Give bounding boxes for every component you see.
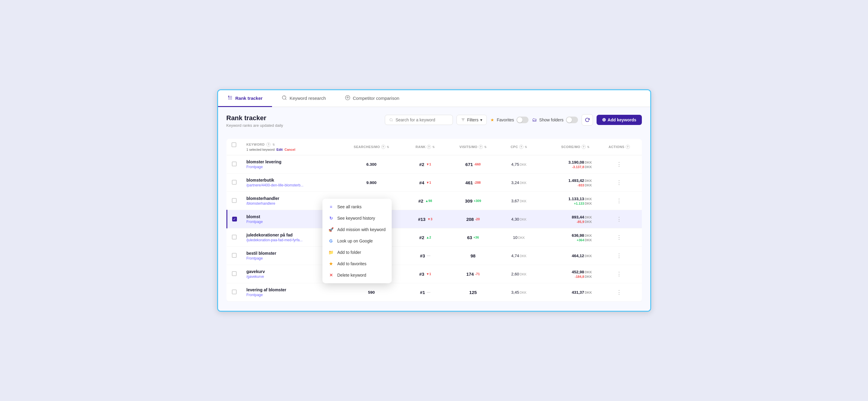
cancel-link[interactable]: Cancel: [284, 148, 295, 152]
visits-change: +309: [473, 199, 481, 203]
row-rank-cell: #4▼1: [404, 173, 446, 192]
score-currency: DKK: [585, 215, 592, 219]
more-actions-button[interactable]: ⋮: [601, 251, 637, 260]
score-sort-icon[interactable]: ⇅: [587, 145, 590, 149]
refresh-button[interactable]: [582, 114, 593, 126]
row-checkbox-cell: ✓: [227, 210, 242, 228]
row-checkbox[interactable]: [232, 198, 237, 203]
searches-col-label: SEARCHES/MO: [353, 145, 380, 149]
visits-sort-icon[interactable]: ⇅: [484, 145, 487, 149]
rank-change: ▲98: [425, 199, 432, 203]
favorites-toggle[interactable]: [517, 116, 528, 123]
keyword-research-icon: [282, 95, 287, 101]
row-checkbox[interactable]: [232, 271, 237, 276]
search-box[interactable]: [385, 115, 453, 125]
row-actions-cell: ⋮: [596, 283, 642, 301]
visits-value: 671: [465, 162, 473, 167]
context-menu-item-add-mission-with-keyword[interactable]: 🚀Add mission with keyword: [322, 224, 392, 235]
tab-rank-tracker[interactable]: Rank tracker: [218, 90, 272, 107]
score-help-icon[interactable]: ?: [582, 145, 586, 149]
visits-change: -660: [474, 162, 481, 166]
more-actions-button[interactable]: ⋮: [601, 288, 637, 297]
header-rank: RANK ? ⇅: [404, 139, 446, 155]
add-keywords-label: Add keywords: [608, 118, 637, 122]
rank-change-neutral: —: [427, 254, 430, 258]
row-checkbox[interactable]: [232, 290, 237, 294]
filters-button[interactable]: Filters ▾: [457, 115, 487, 125]
menu-item-label-see-keyword-history: See keyword history: [337, 216, 375, 221]
rank-help-icon[interactable]: ?: [427, 145, 431, 149]
visits-help-icon[interactable]: ?: [479, 145, 483, 149]
cpc-sort-icon[interactable]: ⇅: [525, 145, 527, 149]
keyword-help-icon[interactable]: ?: [266, 142, 271, 146]
row-checkbox[interactable]: [232, 235, 237, 239]
menu-item-label-add-to-folder: Add to folder: [337, 250, 361, 255]
header-keyword: KEYWORD ? ⇅ 1 selected keyword Edit Canc…: [242, 139, 339, 155]
more-actions-button[interactable]: ⋮: [601, 160, 637, 169]
show-folders-toggle[interactable]: [566, 116, 578, 123]
actions-help-icon[interactable]: ?: [626, 145, 630, 149]
searches-sort-icon[interactable]: ⇅: [386, 145, 389, 149]
more-actions-button[interactable]: ⋮: [601, 214, 637, 224]
row-cpc-cell: 4,75DKK: [500, 155, 538, 173]
keyword-name: blomst: [247, 214, 334, 219]
table-row: gavekurv/gavekurve#3▼1174-712,60DKK452,9…: [227, 265, 642, 283]
tab-competitor-comparison[interactable]: Competitor comparison: [335, 90, 409, 107]
searches-help-icon[interactable]: ?: [381, 145, 385, 149]
row-rank-cell: #1—: [404, 283, 446, 301]
row-visits-cell: 309+309: [446, 192, 500, 210]
cpc-currency: DKK: [520, 254, 527, 258]
context-menu-item-delete-keyword[interactable]: ✕Delete keyword: [322, 269, 392, 281]
table-row: ✓blomstFrontpage#13▼3208-204,30DKK893,44…: [227, 210, 642, 228]
score-sub: -3.137,8DKK: [543, 165, 592, 169]
context-menu-item-see-keyword-history[interactable]: ↻See keyword history: [322, 212, 392, 224]
row-cpc-cell: 3,45DKK: [500, 283, 538, 301]
row-score-cell: 893,44DKK-85,9DKK: [538, 210, 597, 228]
table-header-row: KEYWORD ? ⇅ 1 selected keyword Edit Canc…: [227, 139, 642, 155]
more-actions-button[interactable]: ⋮: [601, 269, 637, 278]
more-actions-button[interactable]: ⋮: [601, 196, 637, 205]
more-actions-button[interactable]: ⋮: [601, 233, 637, 242]
cpc-currency: DKK: [520, 199, 527, 203]
cpc-help-icon[interactable]: ?: [519, 145, 523, 149]
search-input[interactable]: [396, 118, 448, 122]
table-row: blomster leveringFrontpage6.300#2▼1671-6…: [227, 155, 642, 173]
context-menu-item-see-all-ranks[interactable]: ≡See all ranks: [322, 201, 392, 212]
row-checkbox[interactable]: ✓: [232, 217, 237, 222]
score-sub-currency: DKK: [585, 202, 592, 205]
keyword-sort-icon[interactable]: ⇅: [272, 143, 275, 146]
header-checkbox-cell: [227, 139, 239, 151]
svg-line-4: [392, 121, 393, 121]
cpc-currency: DKK: [520, 163, 527, 166]
row-visits-cell: 671-660: [446, 155, 500, 173]
score-main: 893,44DKK: [543, 215, 592, 220]
add-keywords-button[interactable]: ⊕ Add keywords: [596, 115, 642, 125]
row-checkbox-cell: [227, 265, 242, 283]
row-actions-cell: ⋮: [596, 192, 642, 210]
score-currency: DKK: [585, 197, 592, 201]
rank-change: ▼1: [426, 162, 431, 166]
context-menu-item-look-up-on-google[interactable]: GLook up on Google: [322, 235, 392, 247]
more-actions-button[interactable]: ⋮: [601, 178, 637, 187]
score-col-label: SCORE/MO: [561, 145, 580, 149]
row-checkbox[interactable]: [232, 162, 237, 166]
context-menu-item-add-to-folder[interactable]: 📁Add to folder: [322, 247, 392, 258]
select-all-checkbox[interactable]: [231, 142, 236, 147]
row-checkbox-cell: [227, 173, 242, 192]
search-icon: [389, 118, 393, 122]
context-menu-item-add-to-favorites[interactable]: ★Add to favorites: [322, 258, 392, 269]
tab-keyword-research[interactable]: Keyword research: [272, 90, 335, 107]
row-checkbox[interactable]: [232, 180, 237, 185]
score-currency: DKK: [585, 161, 592, 164]
keyword-url: Frontpage: [247, 165, 334, 169]
rank-col-label: RANK: [416, 145, 426, 149]
rank-sort-icon[interactable]: ⇅: [432, 145, 435, 149]
menu-item-label-delete-keyword: Delete keyword: [337, 273, 367, 277]
row-actions-cell: ⋮: [596, 173, 642, 192]
keyword-url: /juledekoration-paa-fad-med-fyrfa...: [247, 238, 334, 242]
svg-point-3: [390, 119, 392, 121]
score-sub: -184,8DKK: [543, 275, 592, 278]
row-checkbox[interactable]: [232, 253, 237, 258]
edit-link[interactable]: Edit: [277, 148, 283, 152]
row-checkbox-cell: [227, 228, 242, 247]
